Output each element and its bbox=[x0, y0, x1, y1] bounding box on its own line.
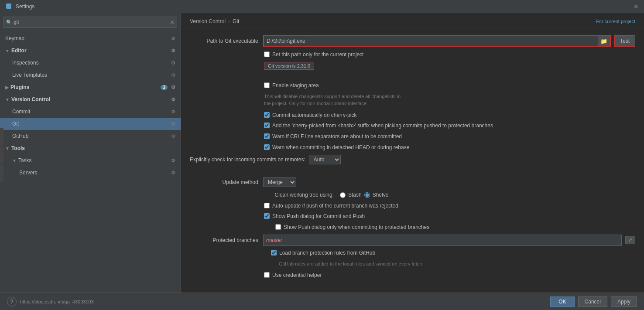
enable-staging-checkbox[interactable] bbox=[264, 82, 270, 88]
collapse-icon: ▼ bbox=[12, 158, 17, 163]
test-button[interactable]: Test bbox=[614, 35, 635, 47]
github-rules-desc: GitHub rules are added to the local rule… bbox=[190, 260, 635, 268]
load-branch-label: Load branch protection rules from GitHub bbox=[279, 249, 375, 257]
cherry-suffix-checkbox[interactable] bbox=[264, 123, 270, 128]
set-path-checkbox[interactable] bbox=[264, 51, 270, 57]
ok-button[interactable]: OK bbox=[550, 296, 574, 307]
sidebar-item-label: Inspections bbox=[12, 60, 169, 66]
sidebar-tree: Keymap ⚙ ▼ Editor ⚙ Inspections ⚙ Live T… bbox=[0, 31, 181, 293]
title-bar-title: Settings bbox=[16, 3, 634, 10]
show-push-protected-label: Show Push dialog only when committing to… bbox=[284, 224, 429, 231]
sidebar-item-label: Git bbox=[12, 121, 169, 127]
cherry-pick-checkbox[interactable] bbox=[264, 112, 270, 118]
settings-icon: ⚙ bbox=[171, 109, 175, 115]
enable-staging-label: Enable staging area bbox=[272, 82, 319, 89]
cancel-button[interactable]: Cancel bbox=[578, 296, 607, 307]
sidebar-item-version-control[interactable]: ▼ Version Control ⚙ bbox=[0, 93, 181, 106]
incoming-commits-row: Explicitly check for incoming commits on… bbox=[190, 155, 635, 164]
stash-radio[interactable] bbox=[340, 192, 346, 198]
update-method-row: Update method: Merge Rebase bbox=[190, 177, 635, 187]
settings-icon: ⚙ bbox=[171, 36, 175, 41]
search-icon: 🔍 bbox=[6, 20, 12, 25]
sidebar-item-editor[interactable]: ▼ Editor ⚙ bbox=[0, 44, 181, 57]
sidebar-item-plugins[interactable]: ▶ Plugins 3 ⚙ bbox=[0, 81, 181, 93]
sidebar-item-servers[interactable]: Servers ⚙ bbox=[0, 167, 181, 179]
cherry-pick-label: Commit automatically on cherry-pick bbox=[272, 112, 356, 119]
staging-description: This will disable changelists support an… bbox=[190, 93, 635, 107]
settings-icon: ⚙ bbox=[171, 121, 175, 127]
version-text: Git version is 2.31.0 bbox=[264, 62, 314, 70]
auto-update-checkbox[interactable] bbox=[264, 203, 270, 208]
folder-button[interactable]: 📁 bbox=[598, 36, 610, 46]
sidebar-item-commit[interactable]: Commit ⚙ bbox=[0, 106, 181, 118]
apply-button[interactable]: Apply bbox=[611, 296, 637, 307]
cherry-pick-row: Commit automatically on cherry-pick bbox=[190, 112, 635, 119]
settings-icon: ⚙ bbox=[171, 72, 175, 78]
use-credential-row: Use credential helper bbox=[190, 272, 635, 279]
protected-branches-label: Protected branches: bbox=[190, 237, 260, 243]
settings-icon: ⚙ bbox=[171, 85, 175, 90]
main-content: Version Control › Git For current projec… bbox=[181, 13, 644, 293]
update-method-select[interactable]: Merge Rebase bbox=[263, 177, 296, 187]
cherry-suffix-label: Add the 'cherry-picked from <hash>' suff… bbox=[272, 122, 493, 129]
sidebar-item-label: Editor bbox=[11, 48, 169, 54]
protected-branches-input[interactable] bbox=[263, 235, 622, 246]
content-body: Path to Git executable: 📁 Test Set this … bbox=[181, 28, 644, 293]
crlf-checkbox[interactable] bbox=[264, 133, 270, 139]
load-branch-checkbox[interactable] bbox=[271, 250, 277, 255]
stash-label: Stash bbox=[348, 191, 362, 199]
collapse-icon: ▼ bbox=[5, 48, 10, 53]
settings-icon: ⚙ bbox=[171, 60, 175, 66]
search-input[interactable] bbox=[3, 17, 177, 28]
footer: ? https://blog.csdn.net/qq_43093003 OK C… bbox=[0, 293, 644, 310]
sidebar-item-inspections[interactable]: Inspections ⚙ bbox=[0, 57, 181, 69]
settings-icon: ⚙ bbox=[171, 158, 175, 164]
search-clear-icon[interactable]: ✕ bbox=[170, 19, 175, 26]
breadcrumb-version-control: Version Control bbox=[190, 18, 226, 24]
separator1 bbox=[190, 75, 635, 82]
show-push-protected-row: Show Push dialog only when committing to… bbox=[190, 224, 635, 231]
footer-right: OK Cancel Apply bbox=[550, 296, 637, 307]
use-credential-checkbox[interactable] bbox=[264, 272, 270, 278]
detached-head-checkbox[interactable] bbox=[264, 144, 270, 150]
svg-rect-0 bbox=[6, 3, 11, 9]
close-button[interactable]: ✕ bbox=[634, 3, 639, 10]
settings-icon: ⚙ bbox=[171, 170, 175, 176]
edge-tab bbox=[0, 146, 3, 164]
sidebar-item-github[interactable]: GitHub ⚙ bbox=[0, 130, 181, 142]
sidebar-item-tasks[interactable]: ▼ Tasks ⚙ bbox=[0, 154, 181, 167]
content-header: Version Control › Git For current projec… bbox=[181, 13, 644, 28]
separator2 bbox=[190, 170, 635, 177]
git-path-input[interactable] bbox=[264, 37, 598, 45]
footer-url: https://blog.csdn.net/qq_43093003 bbox=[20, 299, 94, 304]
breadcrumb-sep: › bbox=[228, 18, 230, 24]
search-box: 🔍 ✕ bbox=[0, 13, 181, 31]
show-push-label: Show Push dialog for Commit and Push bbox=[272, 213, 365, 220]
sidebar-item-git[interactable]: Git ⚙ bbox=[0, 118, 181, 130]
collapse-icon: ▼ bbox=[5, 146, 10, 151]
protected-branches-row: Protected branches: ⤢ bbox=[190, 235, 635, 246]
git-path-row: Path to Git executable: 📁 Test bbox=[190, 35, 635, 47]
project-link[interactable]: For current project bbox=[596, 19, 635, 24]
sidebar-item-label: Commit bbox=[12, 109, 169, 115]
sidebar-item-label: Servers bbox=[19, 170, 169, 176]
set-path-label: Set this path only for the current proje… bbox=[272, 51, 363, 58]
cherry-picked-suffix-row: Add the 'cherry-picked from <hash>' suff… bbox=[190, 122, 635, 129]
show-push-checkbox[interactable] bbox=[264, 213, 270, 219]
sidebar-item-keymap[interactable]: Keymap ⚙ bbox=[0, 32, 181, 44]
crlf-label: Warn if CRLF line separators are about t… bbox=[272, 133, 402, 140]
dialog-body: 🔍 ✕ Keymap ⚙ ▼ Editor ⚙ Inspections ⚙ bbox=[0, 13, 644, 293]
shelve-radio[interactable] bbox=[364, 192, 370, 198]
expand-branches-button[interactable]: ⤢ bbox=[625, 236, 635, 244]
sidebar-item-live-templates[interactable]: Live Templates ⚙ bbox=[0, 69, 181, 81]
incoming-commits-select[interactable]: Auto Always Never bbox=[309, 155, 341, 164]
sidebar-item-label: Tasks bbox=[18, 157, 169, 164]
show-push-protected-checkbox[interactable] bbox=[275, 224, 281, 230]
clean-working-tree-label: Clean working tree using: bbox=[264, 192, 334, 198]
edge-tabs bbox=[0, 128, 3, 182]
use-credential-label: Use credential helper bbox=[272, 272, 322, 279]
help-button[interactable]: ? bbox=[7, 297, 17, 307]
auto-update-label: Auto-update if push of the current branc… bbox=[272, 202, 398, 210]
clean-working-tree-row: Clean working tree using: Stash Shelve bbox=[190, 191, 635, 199]
sidebar-item-tools[interactable]: ▼ Tools bbox=[0, 142, 181, 154]
